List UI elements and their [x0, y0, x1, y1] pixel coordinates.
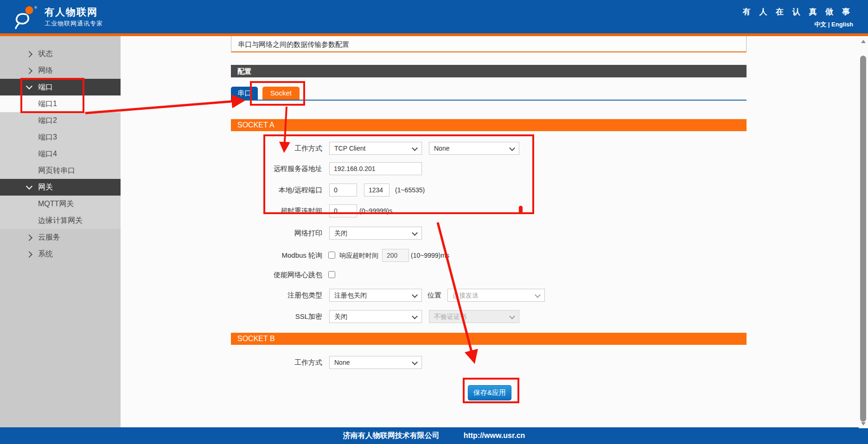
heartbeat-label: 使能网络心跳包 [231, 268, 322, 281]
remote-port-input[interactable] [364, 184, 389, 197]
header-slogan: 有 人 在 认 真 做 事 [743, 6, 853, 17]
chevron-down-icon [509, 145, 515, 151]
header-bar: ® 有人物联网 工业物联网通讯专家 有 人 在 认 真 做 事 中文 | Eng… [0, 0, 868, 33]
remote-addr-label: 远程服务器地址 [231, 162, 322, 175]
sidebar-item-gateway[interactable]: 网关 [0, 179, 121, 196]
sidebar-item-cloud[interactable]: 云服务 [0, 229, 121, 246]
work-mode-secondary-select[interactable]: None [429, 142, 519, 155]
chevron-right-icon [26, 51, 32, 57]
sidebar-item-port4[interactable]: 端口4 [0, 146, 121, 162]
row-remote-addr: 远程服务器地址 [231, 162, 747, 175]
footer-company: 济南有人物联网技术有限公司 [343, 431, 440, 441]
regpkt-pos-label: 位置 [428, 289, 441, 302]
row-work-mode: 工作方式 TCP Client None [231, 142, 747, 155]
row-heartbeat: 使能网络心跳包 [231, 268, 747, 281]
chevron-down-icon [26, 83, 32, 89]
socket-b-work-mode-select[interactable]: None [329, 356, 422, 369]
local-port-input[interactable] [329, 184, 357, 197]
sidebar-item-port3[interactable]: 端口3 [0, 129, 121, 146]
sidebar-item-port1[interactable]: 端口1 [0, 95, 121, 112]
row-regpkt: 注册包类型 注册包关闭 位置 连接发送 [231, 289, 747, 302]
sidebar-item-status[interactable]: 状态 [0, 45, 121, 62]
config-section-title: 配置 [231, 65, 747, 77]
regpkt-pos-select[interactable]: 连接发送 [447, 289, 545, 302]
modbus-timeout-input[interactable] [382, 249, 409, 262]
sidebar-item-port2[interactable]: 端口2 [0, 112, 121, 129]
row-modbus-poll: Modbus 轮询 响应超时时间 (10~9999)ms [231, 249, 747, 262]
chevron-down-icon [412, 230, 418, 236]
modbus-poll-label: Modbus 轮询 [231, 249, 322, 262]
chevron-down-icon [412, 313, 418, 319]
footer-url[interactable]: http://www.usr.cn [464, 431, 525, 440]
row-net-print: 网络打印 关闭 [231, 227, 747, 240]
work-mode-label: 工作方式 [231, 142, 322, 155]
chevron-right-icon [26, 251, 32, 258]
chevron-down-icon [412, 292, 418, 298]
modbus-timeout-label: 响应超时时间 [339, 249, 378, 262]
chevron-right-icon [26, 235, 32, 241]
chevron-down-icon [412, 145, 418, 151]
row-reconnect: 超时重连时间 (0~99999)s [231, 204, 747, 217]
sidebar-item-edge-gateway[interactable]: 边缘计算网关 [0, 212, 121, 229]
brand-subtitle: 工业物联网通讯专家 [45, 19, 103, 28]
chevron-down-icon [535, 292, 541, 298]
chevron-down-icon [26, 183, 32, 190]
row-ports: 本地/远程端口 (1~65535) [231, 184, 747, 197]
sidebar-nav: 状态 网络 端口 端口1 端口2 端口3 端口4 网页转串口 网关 MQTT网关… [0, 36, 121, 428]
scrollbar-down-arrow[interactable] [861, 422, 866, 425]
sidebar-item-system[interactable]: 系统 [0, 246, 121, 262]
save-apply-button[interactable]: 保存&应用 [468, 385, 511, 400]
scrollbar-thumb[interactable] [860, 56, 866, 422]
regpkt-type-select[interactable]: 注册包关闭 [329, 289, 422, 302]
socket-b-work-mode-label: 工作方式 [231, 356, 322, 369]
modbus-poll-checkbox[interactable] [328, 252, 335, 259]
svg-text:®: ® [34, 6, 37, 10]
footer-bar: 济南有人物联网技术有限公司 http://www.usr.cn [0, 427, 868, 444]
scrollbar-up-arrow[interactable] [861, 40, 866, 43]
sidebar-item-web-to-serial[interactable]: 网页转串口 [0, 162, 121, 179]
sidebar-item-network[interactable]: 网络 [0, 62, 121, 79]
ports-range-hint: (1~65535) [395, 184, 425, 197]
tab-underline [231, 100, 747, 101]
net-print-select[interactable]: 关闭 [329, 227, 422, 240]
regpkt-label: 注册包类型 [231, 289, 322, 302]
modbus-range-hint: (10~9999)ms [411, 249, 449, 262]
socket-b-section-title: SOCKET B [231, 333, 747, 345]
net-print-label: 网络打印 [231, 227, 322, 240]
language-switcher[interactable]: 中文 | English [814, 20, 853, 29]
reconnect-range-hint: (0~99999)s [359, 204, 392, 217]
ssl-cert-select[interactable]: 不验证证书 [429, 310, 519, 323]
sidebar-item-port[interactable]: 端口 [0, 79, 121, 95]
reconnect-label: 超时重连时间 [231, 204, 322, 217]
sidebar-item-mqtt-gateway[interactable]: MQTT网关 [0, 196, 121, 212]
brand-title: 有人物联网 [45, 6, 98, 19]
row-socket-b-work-mode: 工作方式 None [231, 356, 747, 369]
row-ssl: SSL加密 关闭 不验证证书 [231, 310, 747, 323]
ports-label: 本地/远程端口 [231, 184, 322, 197]
tab-socket[interactable]: Socket [262, 87, 300, 100]
chevron-right-icon [26, 68, 32, 74]
usr-logo-icon: ® [12, 4, 38, 29]
chevron-down-icon [509, 313, 515, 319]
ssl-label: SSL加密 [231, 310, 322, 323]
work-mode-select[interactable]: TCP Client [329, 142, 422, 155]
page-description: 串口与网络之间的数据传输参数配置 [231, 36, 747, 52]
reconnect-input[interactable] [329, 204, 357, 217]
remote-addr-input[interactable] [329, 162, 422, 175]
heartbeat-checkbox[interactable] [328, 271, 335, 278]
ssl-select[interactable]: 关闭 [329, 310, 422, 323]
tab-serial[interactable]: 串口 [231, 87, 258, 100]
chevron-down-icon [412, 359, 418, 365]
socket-a-section-title: SOCKET A [231, 119, 747, 131]
